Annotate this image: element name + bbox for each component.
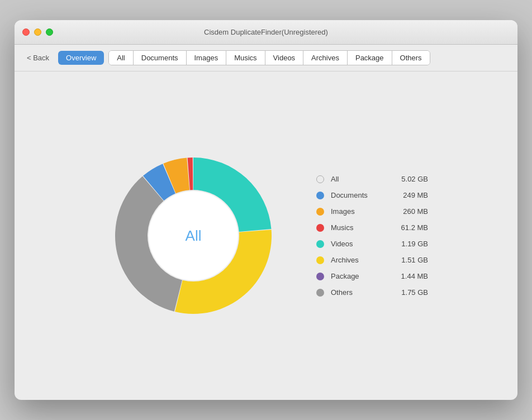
legend-dot-images <box>316 208 324 216</box>
legend-label-images: Images <box>331 207 388 216</box>
legend-item-musics: Musics 61.2 MB <box>316 223 428 232</box>
legend-value-musics: 61.2 MB <box>395 223 428 232</box>
tab-images[interactable]: Images <box>187 51 227 65</box>
toolbar: < Back Overview All Documents Images Mus… <box>15 45 517 71</box>
tab-all[interactable]: All <box>109 51 133 65</box>
legend-dot-documents <box>316 192 324 199</box>
legend-item-videos: Videos 1.19 GB <box>316 240 428 248</box>
legend-label-archives: Archives <box>331 256 388 264</box>
legend-dot-archives <box>316 256 324 264</box>
legend-value-others: 1.75 GB <box>395 288 428 297</box>
svg-point-0 <box>149 191 238 280</box>
legend: All 5.02 GB Documents 249 MB Images 260 … <box>316 175 428 297</box>
legend-value-images: 260 MB <box>395 207 428 216</box>
legend-label-musics: Musics <box>331 223 388 232</box>
legend-item-package: Package 1.44 MB <box>316 272 428 280</box>
legend-label-videos: Videos <box>331 240 388 248</box>
legend-dot-all <box>316 175 324 183</box>
legend-value-videos: 1.19 GB <box>395 240 428 248</box>
legend-value-archives: 1.51 GB <box>395 256 428 264</box>
main-window: Cisdem DuplicateFinder(Unregistered) < B… <box>15 20 517 400</box>
titlebar: Cisdem DuplicateFinder(Unregistered) <box>15 20 517 45</box>
donut-chart: All <box>104 146 283 325</box>
legend-item-archives: Archives 1.51 GB <box>316 256 428 264</box>
legend-item-all: All 5.02 GB <box>316 175 428 183</box>
legend-label-others: Others <box>331 288 388 297</box>
minimize-button[interactable] <box>34 28 41 36</box>
overview-button[interactable]: Overview <box>58 51 104 65</box>
legend-dot-videos <box>316 240 324 248</box>
tab-group: All Documents Images Musics Videos Archi… <box>108 50 430 65</box>
close-button[interactable] <box>22 28 30 36</box>
legend-item-others: Others 1.75 GB <box>316 288 428 297</box>
legend-label-documents: Documents <box>331 191 388 199</box>
tab-documents[interactable]: Documents <box>134 51 187 65</box>
legend-label-all: All <box>331 175 388 183</box>
legend-label-package: Package <box>331 272 388 280</box>
tab-archives[interactable]: Archives <box>303 51 348 65</box>
window-title: Cisdem DuplicateFinder(Unregistered) <box>204 28 328 36</box>
legend-item-documents: Documents 249 MB <box>316 191 428 199</box>
main-content: All All 5.02 GB Documents 249 MB Images … <box>15 71 517 400</box>
legend-dot-others <box>316 289 324 297</box>
maximize-button[interactable] <box>46 28 53 36</box>
legend-dot-package <box>316 273 324 280</box>
traffic-lights <box>22 28 53 36</box>
legend-value-package: 1.44 MB <box>395 272 428 280</box>
tab-others[interactable]: Others <box>392 51 430 65</box>
back-button[interactable]: < Back <box>22 51 54 64</box>
legend-value-documents: 249 MB <box>395 191 428 199</box>
tab-package[interactable]: Package <box>348 51 392 65</box>
tab-musics[interactable]: Musics <box>226 51 265 65</box>
legend-item-images: Images 260 MB <box>316 207 428 216</box>
legend-dot-musics <box>316 224 324 232</box>
tab-videos[interactable]: Videos <box>265 51 304 65</box>
legend-value-all: 5.02 GB <box>395 175 428 183</box>
